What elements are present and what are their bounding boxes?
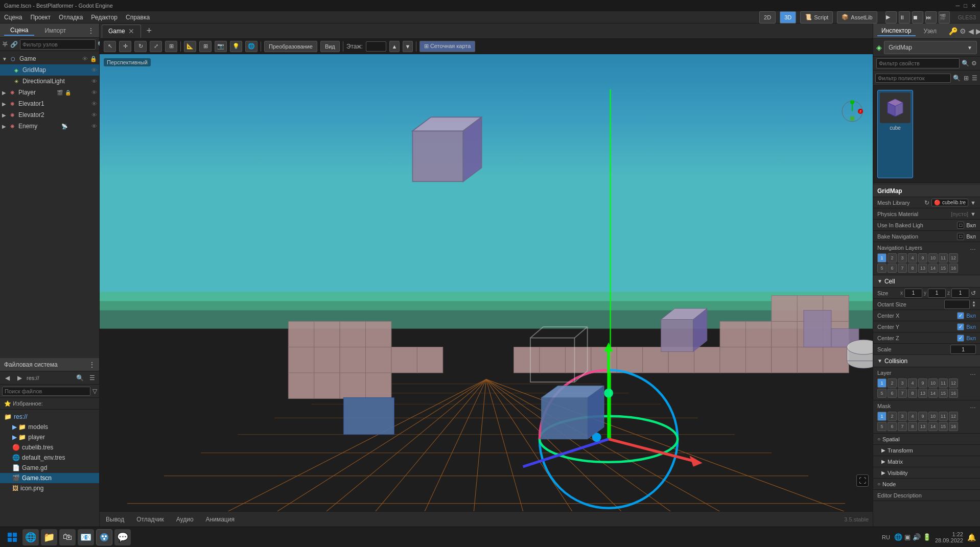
coll-layer-2[interactable]: 2 (888, 378, 897, 388)
spatial-section-header[interactable]: ○ Spatial (873, 434, 980, 445)
nav-layer-6[interactable]: 6 (888, 264, 897, 273)
mask-3[interactable]: 3 (898, 412, 907, 421)
node-section-header[interactable]: ○ Node (873, 479, 980, 490)
play-btn[interactable]: ▶ (885, 11, 897, 23)
octant-size-arrows[interactable]: ▲ ▼ (972, 301, 976, 307)
file-item-player[interactable]: ▶ 📁 player (0, 432, 99, 442)
taskbar-chrome[interactable]: 🌐 (22, 529, 39, 545)
nav-layer-12[interactable]: 12 (949, 253, 958, 263)
mask-1[interactable]: 1 (877, 412, 886, 421)
script-btn[interactable]: 📜 Script (800, 11, 833, 23)
scale-tool-btn[interactable]: ⤢ (150, 41, 162, 52)
scale-input[interactable] (950, 345, 976, 354)
fs-filter-icon[interactable]: ▽ (92, 388, 97, 395)
mesh-lib-expand-icon[interactable]: ▼ (970, 200, 976, 206)
coll-layer-7[interactable]: 7 (898, 389, 907, 398)
visibility-subsection[interactable]: ▶ Visibility (873, 467, 980, 479)
matrix-subsection[interactable]: ▶ Matrix (873, 456, 980, 467)
clock-area[interactable]: 1:22 28.09.2022 (935, 531, 963, 543)
mesh-search-icon[interactable]: 🔍 (953, 75, 961, 82)
tray-gpu[interactable]: ▣ (904, 533, 911, 541)
maximize-btn[interactable]: □ (964, 3, 967, 9)
menu-scene[interactable]: Сцена (4, 14, 22, 21)
mask-2[interactable]: 2 (888, 412, 897, 421)
file-item-res[interactable]: 📁 res:// (0, 412, 99, 422)
mask-16[interactable]: 16 (949, 422, 958, 431)
mask-13[interactable]: 13 (918, 422, 927, 431)
coll-layer-9[interactable]: 9 (918, 378, 927, 388)
insp-icon-2[interactable]: ⚙ (960, 27, 966, 35)
fs-search-input[interactable] (2, 387, 90, 396)
menu-editor[interactable]: Редактор (91, 14, 118, 21)
scene-add-icon[interactable]: ⛧ (2, 41, 8, 48)
coll-layer-16[interactable]: 16 (949, 389, 958, 398)
cell-section-header[interactable]: ▼ Cell (873, 275, 980, 288)
nav-layer-9[interactable]: 9 (918, 253, 927, 263)
notification-btn[interactable]: 🔔 (967, 533, 976, 541)
coll-layer-12[interactable]: 12 (949, 378, 958, 388)
close-btn[interactable]: ✕ (971, 3, 976, 9)
tab-output[interactable]: Вывод (104, 515, 126, 524)
transform-tool-btn[interactable]: ⊞ (165, 41, 177, 52)
mask-more[interactable]: … (970, 402, 976, 410)
coll-layer-10[interactable]: 10 (928, 378, 938, 388)
minimize-btn[interactable]: ─ (956, 3, 960, 9)
mesh-library-file[interactable]: 🔴 cubelib.tre (931, 199, 968, 206)
visibility-icon-gridmap[interactable]: 👁 (91, 67, 97, 73)
taskbar-discord[interactable]: 💬 (114, 529, 131, 545)
floor-up-btn[interactable]: ▲ (389, 41, 400, 52)
coll-layer-5[interactable]: 5 (877, 389, 886, 398)
coll-layer-14[interactable]: 14 (928, 389, 938, 398)
nav-layer-10[interactable]: 10 (928, 253, 938, 263)
filter-settings-icon[interactable]: ⚙ (971, 60, 977, 67)
nav-layer-4[interactable]: 4 (908, 253, 917, 263)
fs-search-btn[interactable]: 🔍 (75, 373, 85, 383)
mask-8[interactable]: 8 (908, 422, 917, 431)
scene-link-icon[interactable]: 🔗 (10, 41, 18, 48)
fs-forward-btn[interactable]: ▶ (14, 373, 25, 383)
tree-item-game[interactable]: ▼ ⬡ Game 👁 🔒 (0, 53, 99, 64)
mask-5[interactable]: 5 (877, 422, 886, 431)
taskbar-files[interactable]: 📁 (41, 529, 57, 545)
property-filter-input[interactable] (876, 58, 960, 68)
floor-input[interactable]: 0 (366, 41, 386, 52)
collision-section-header[interactable]: ▼ Collision (873, 355, 980, 367)
nav-layer-16[interactable]: 16 (949, 264, 958, 273)
mask-11[interactable]: 11 (939, 412, 948, 421)
mesh-list-view-btn[interactable]: ☰ (971, 73, 978, 83)
nav-layer-7[interactable]: 7 (898, 264, 907, 273)
use-baked-light-checkbox[interactable]: □ (957, 222, 964, 229)
nav-layer-5[interactable]: 5 (877, 264, 886, 273)
insp-icon-1[interactable]: 🔑 (949, 27, 958, 35)
tree-item-elevator2[interactable]: ▶ ❋ Elevator2 👁 (0, 109, 99, 121)
visibility-icon-dirlight[interactable]: 👁 (91, 78, 97, 84)
center-y-checkbox[interactable]: ✓ (957, 323, 964, 330)
tray-speaker[interactable]: 🔊 (913, 533, 921, 541)
menu-help[interactable]: Справка (126, 14, 150, 21)
stop-btn[interactable]: ⏹ (912, 11, 923, 23)
coll-layer-6[interactable]: 6 (888, 389, 897, 398)
center-z-checkbox[interactable]: ✓ (957, 335, 964, 342)
tab-game[interactable]: Game ✕ (102, 25, 141, 38)
coll-layer-11[interactable]: 11 (939, 378, 948, 388)
insp-icon-4[interactable]: ▶ (976, 27, 980, 35)
file-item-cubelib[interactable]: 🔴 cubelib.tres (0, 442, 99, 453)
camera-btn[interactable]: 📷 (215, 41, 227, 52)
nav-layer-3[interactable]: 3 (898, 253, 907, 263)
mesh-grid-view-btn[interactable]: ⊞ (963, 73, 969, 83)
tree-item-player[interactable]: ▶ ❋ Player 🎬 🔒 👁 (0, 87, 99, 98)
lock-icon-game[interactable]: 🔒 (90, 56, 97, 62)
fullscreen-btn[interactable]: ⛶ (856, 474, 869, 487)
mask-7[interactable]: 7 (898, 422, 907, 431)
movie-btn[interactable]: 🎬 (939, 11, 950, 23)
nav-layer-11[interactable]: 11 (939, 253, 948, 263)
tab-debugger[interactable]: Отладчик (134, 515, 166, 524)
physics-material-expand[interactable]: ▼ (970, 211, 976, 217)
size-x-input[interactable] (904, 289, 922, 298)
menu-debug[interactable]: Отладка (59, 14, 83, 21)
menu-project[interactable]: Проект (30, 14, 51, 21)
fs-menu-icon[interactable]: ⋮ (89, 361, 95, 368)
nav-layer-14[interactable]: 14 (928, 264, 938, 273)
coll-layer-13[interactable]: 13 (918, 389, 927, 398)
nav-layer-8[interactable]: 8 (908, 264, 917, 273)
